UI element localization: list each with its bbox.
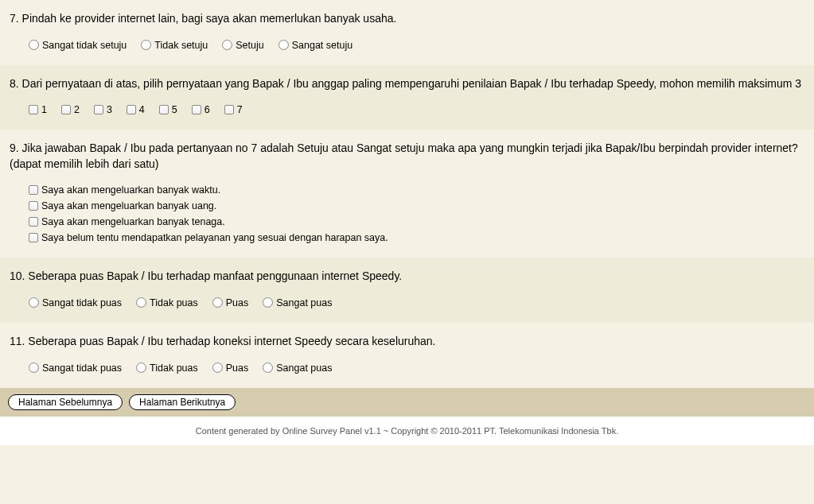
q11-option-3[interactable]: Sangat puas (263, 362, 332, 374)
q7-option-0[interactable]: Sangat tidak setuju (29, 40, 127, 51)
option-label: 6 (204, 104, 210, 115)
option-label: Saya akan mengeluarkan banyak tenaga. (41, 216, 225, 227)
q9-option-0[interactable]: Saya akan mengeluarkan banyak waktu. (29, 184, 804, 196)
navigation-bar: Halaman Sebelumnya Halaman Berikutnya (0, 388, 814, 417)
radio-icon (136, 297, 146, 308)
q11-option-1[interactable]: Tidak puas (136, 362, 198, 374)
radio-icon (212, 362, 223, 373)
checkbox-icon (29, 217, 38, 227)
radio-icon (222, 40, 232, 50)
option-label: Sangat puas (276, 362, 332, 374)
radio-icon (136, 362, 146, 373)
checkbox-icon (29, 233, 38, 242)
checkbox-icon (127, 105, 136, 114)
option-label: Puas (226, 297, 249, 308)
previous-page-button[interactable]: Halaman Sebelumnya (8, 394, 123, 410)
q9-option-3[interactable]: Saya belum tentu mendapatkan pelayanan y… (29, 232, 804, 243)
q10-option-3[interactable]: Sangat puas (263, 297, 332, 308)
option-label: Saya akan mengeluarkan banyak waktu. (41, 184, 220, 196)
q8-option-5[interactable]: 6 (192, 104, 210, 115)
radio-icon (29, 297, 39, 308)
option-label: 7 (237, 104, 243, 115)
radio-icon (212, 297, 223, 308)
option-label: 4 (139, 104, 145, 115)
q8-option-0[interactable]: 1 (29, 104, 47, 115)
question-9-options: Saya akan mengeluarkan banyak waktu. Say… (10, 184, 804, 243)
option-label: Saya akan mengeluarkan banyak uang. (41, 200, 216, 211)
question-8-text: 8. Dari pernyataan di atas, pilih pernya… (10, 76, 804, 92)
question-11-text: 11. Seberapa puas Bapak / Ibu terhadap k… (10, 334, 804, 350)
checkbox-icon (224, 105, 234, 114)
question-10-options: Sangat tidak puas Tidak puas Puas Sangat… (10, 297, 804, 308)
q7-option-1[interactable]: Tidak setuju (141, 40, 208, 51)
radio-icon (263, 297, 273, 308)
q8-option-3[interactable]: 4 (127, 104, 145, 115)
option-label: Sangat tidak puas (42, 362, 122, 374)
q10-option-1[interactable]: Tidak puas (136, 297, 198, 308)
option-label: Tidak puas (150, 362, 198, 374)
checkbox-icon (29, 201, 38, 211)
question-7: 7. Pindah ke provider internet lain, bag… (0, 0, 814, 65)
option-label: 3 (107, 104, 112, 115)
question-9: 9. Jika jawaban Bapak / Ibu pada pertany… (0, 130, 814, 258)
option-label: Tidak setuju (154, 40, 208, 51)
q7-option-3[interactable]: Sangat setuju (278, 40, 352, 51)
question-10: 10. Seberapa puas Bapak / Ibu terhadap m… (0, 258, 814, 323)
question-10-text: 10. Seberapa puas Bapak / Ibu terhadap m… (10, 269, 804, 285)
q8-option-2[interactable]: 3 (94, 104, 112, 115)
option-label: Sangat setuju (292, 40, 352, 51)
question-11: 11. Seberapa puas Bapak / Ibu terhadap k… (0, 323, 814, 388)
radio-icon (141, 40, 151, 50)
q7-option-2[interactable]: Setuju (222, 40, 263, 51)
option-label: Sangat tidak puas (42, 297, 122, 308)
option-label: Saya belum tentu mendapatkan pelayanan y… (41, 232, 388, 243)
q10-option-2[interactable]: Puas (212, 297, 249, 308)
q11-option-2[interactable]: Puas (212, 362, 249, 374)
question-9-text: 9. Jika jawaban Bapak / Ibu pada pertany… (10, 141, 804, 172)
checkbox-icon (29, 105, 38, 114)
radio-icon (263, 362, 273, 373)
option-label: Puas (226, 362, 249, 374)
option-label: Tidak puas (150, 297, 198, 308)
option-label: 2 (74, 104, 80, 115)
q8-option-4[interactable]: 5 (159, 104, 177, 115)
option-label: Sangat puas (276, 297, 332, 308)
footer: Content generated by Online Survey Panel… (0, 417, 814, 445)
q9-option-2[interactable]: Saya akan mengeluarkan banyak tenaga. (29, 216, 804, 227)
radio-icon (278, 40, 289, 50)
option-label: Sangat tidak setuju (42, 40, 127, 51)
footer-text: Content generated by Online Survey Panel… (196, 426, 618, 436)
next-page-button[interactable]: Halaman Berikutnya (129, 394, 236, 410)
question-11-options: Sangat tidak puas Tidak puas Puas Sangat… (10, 362, 804, 374)
q9-option-1[interactable]: Saya akan mengeluarkan banyak uang. (29, 200, 804, 211)
checkbox-icon (29, 185, 38, 195)
q11-option-0[interactable]: Sangat tidak puas (29, 362, 122, 374)
radio-icon (29, 40, 39, 50)
q8-option-6[interactable]: 7 (224, 104, 243, 115)
q10-option-0[interactable]: Sangat tidak puas (29, 297, 122, 308)
radio-icon (29, 362, 39, 373)
checkbox-icon (61, 105, 71, 114)
question-8-options: 1 2 3 4 5 6 7 (10, 104, 804, 115)
q8-option-1[interactable]: 2 (61, 104, 80, 115)
option-label: 1 (41, 104, 47, 115)
option-label: Setuju (236, 40, 263, 51)
option-label: 5 (172, 104, 177, 115)
checkbox-icon (94, 105, 103, 114)
checkbox-icon (192, 105, 201, 114)
question-7-text: 7. Pindah ke provider internet lain, bag… (10, 11, 804, 27)
checkbox-icon (159, 105, 169, 114)
question-7-options: Sangat tidak setuju Tidak setuju Setuju … (10, 40, 804, 51)
question-8: 8. Dari pernyataan di atas, pilih pernya… (0, 65, 814, 130)
